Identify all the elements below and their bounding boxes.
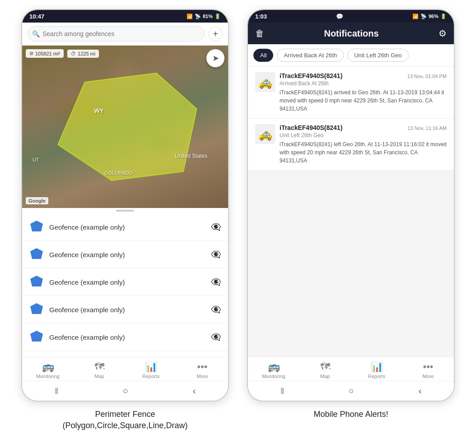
nav-more-label: More [196, 374, 208, 379]
compass-button[interactable]: ➤ [206, 49, 224, 67]
right-time: 1:03 [255, 13, 267, 20]
left-caption: Perimeter Fence(Polygon,Circle,Square,Li… [62, 409, 187, 431]
empty-content-area [248, 171, 454, 261]
device-name: iTrackEF4940S(8241) [280, 124, 342, 131]
notification-top-row: 🚕 iTrackEF4940S(8241) 13 Nov, 11:16 AM U… [255, 124, 447, 165]
notification-card[interactable]: 🚕 iTrackEF4940S(8241) 13 Nov, 11:16 AM U… [248, 119, 454, 171]
map-area: ⊘ 105821 mi² ⏱ 1225 mi ➤ WY United State… [22, 46, 228, 208]
filter-tab-arrived[interactable]: Arrived Back At 26th [277, 49, 344, 62]
nav-map[interactable]: 🗺 Map [86, 361, 113, 379]
left-bottom-nav: 🚌 Monitoring 🗺 Map 📊 Reports ••• More [22, 357, 228, 381]
settings-button[interactable]: ⚙ [439, 28, 447, 39]
right-bottom-nav: 🚌 Monitoring 🗺 Map 📊 Reports ••• More [248, 357, 454, 381]
nav-reports[interactable]: 📊 Reports [363, 361, 390, 379]
notification-header-row: iTrackEF4940S(8241) 13 Nov, 01:04 PM [280, 72, 447, 79]
visibility-toggle-icon[interactable]: 👁‍🗨 [211, 332, 221, 342]
geofence-item-name: Geofence (example only) [49, 278, 205, 286]
reports-icon: 📊 [145, 361, 157, 373]
scroll-pill [116, 210, 134, 212]
geofence-item-name: Geofence (example only) [49, 223, 205, 231]
google-logo: Google [26, 197, 48, 204]
right-phone-wrapper: 1:03 💬 📶 📡 96% 🔋 🗑 Notifications ⚙ All A… [247, 9, 455, 420]
nav-map[interactable]: 🗺 Map [312, 361, 339, 379]
nav-reports[interactable]: 📊 Reports [137, 361, 164, 379]
visibility-toggle-icon[interactable]: 👁‍🗨 [211, 305, 221, 314]
left-status-icons: 📶 📡 81% 🔋 [187, 14, 221, 19]
filter-tab-all[interactable]: All [253, 49, 273, 62]
notifications-header: 🗑 Notifications ⚙ [248, 23, 454, 44]
map-label-colorado: COLORADO [104, 170, 133, 176]
add-geofence-button[interactable]: + [208, 27, 223, 41]
android-home-button[interactable]: ○ [349, 386, 354, 396]
right-status-icons: 📶 📡 96% 🔋 [412, 14, 447, 19]
android-recent-button[interactable]: ⦀ [280, 386, 284, 396]
filter-tabs: All Arrived Back At 26th Unit Left 26th … [248, 44, 454, 67]
geofence-search-input[interactable] [28, 26, 205, 42]
list-item[interactable]: Geofence (example only) 👁‍🗨 [22, 351, 228, 357]
area-value: 105821 mi² [35, 51, 60, 56]
more-icon: ••• [423, 361, 433, 373]
nav-more-label: More [422, 374, 434, 379]
visibility-toggle-icon[interactable]: 👁‍🗨 [211, 277, 221, 287]
device-name: iTrackEF4940S(8241) [280, 72, 342, 79]
android-back-button[interactable]: ‹ [419, 386, 422, 396]
right-signal-icon: 📡 [420, 14, 427, 19]
battery-label: 81% [203, 14, 213, 19]
signal-icon: 📡 [195, 14, 201, 19]
geofence-item-name: Geofence (example only) [49, 306, 205, 314]
left-phone: 10:47 📶 📡 81% 🔋 🔍 + [21, 9, 229, 402]
notification-header-row: iTrackEF4940S(8241) 13 Nov, 11:16 AM [280, 124, 447, 131]
svg-marker-3 [30, 276, 43, 286]
android-back-button[interactable]: ‹ [193, 386, 196, 396]
map-icon: 🗺 [320, 361, 330, 373]
vehicle-avatar: 🚕 [255, 72, 275, 92]
right-phone: 1:03 💬 📶 📡 96% 🔋 🗑 Notifications ⚙ All A… [247, 9, 455, 402]
list-item[interactable]: Geofence (example only) 👁‍🗨 [22, 241, 228, 268]
distance-value: 1225 mi [78, 51, 95, 56]
search-input-wrapper: 🔍 [28, 26, 205, 42]
list-item[interactable]: Geofence (example only) 👁‍🗨 [22, 296, 228, 323]
geofence-item-name: Geofence (example only) [49, 251, 205, 259]
geofence-list: Geofence (example only) 👁‍🗨 Geofence (ex… [22, 213, 228, 357]
nav-more[interactable]: ••• More [415, 361, 442, 379]
monitoring-icon: 🚌 [268, 361, 280, 373]
android-home-button[interactable]: ○ [123, 386, 128, 396]
android-recent-button[interactable]: ⦀ [55, 386, 58, 396]
reports-icon: 📊 [371, 361, 383, 373]
search-icon: 🔍 [32, 30, 40, 37]
map-label-ut: UT [33, 157, 39, 162]
wifi-icon: 📶 [187, 14, 193, 19]
area-stat: ⊘ 105821 mi² [26, 49, 64, 58]
svg-marker-5 [30, 331, 43, 342]
nav-monitoring[interactable]: 🚌 Monitoring [260, 361, 287, 379]
geofence-shape-icon [29, 247, 44, 262]
list-item[interactable]: Geofence (example only) 👁‍🗨 [22, 323, 228, 351]
delete-button[interactable]: 🗑 [255, 28, 264, 39]
map-stats: ⊘ 105821 mi² ⏱ 1225 mi [26, 49, 99, 58]
left-phone-wrapper: 10:47 📶 📡 81% 🔋 🔍 + [21, 9, 229, 431]
notification-card[interactable]: 🚕 iTrackEF4940S(8241) 13 Nov, 01:04 PM A… [248, 67, 454, 119]
time-icon: ⏱ [71, 51, 76, 56]
vehicle-avatar: 🚕 [255, 124, 275, 144]
nav-more[interactable]: ••• More [189, 361, 216, 379]
list-item[interactable]: Geofence (example only) 👁‍🗨 [22, 268, 228, 296]
visibility-toggle-icon[interactable]: 👁‍🗨 [211, 249, 221, 259]
nav-reports-label: Reports [368, 374, 386, 379]
notification-time: 13 Nov, 11:16 AM [407, 125, 447, 131]
nav-monitoring[interactable]: 🚌 Monitoring [34, 361, 61, 379]
filter-tab-left[interactable]: Unit Left 26th Geo [347, 49, 409, 62]
nav-reports-label: Reports [142, 374, 160, 379]
left-time: 10:47 [29, 13, 44, 20]
notification-content: iTrackEF4940S(8241) 13 Nov, 01:04 PM Arr… [280, 72, 447, 113]
list-item[interactable]: Geofence (example only) 👁‍🗨 [22, 213, 228, 241]
geofence-shape-icon [29, 220, 44, 234]
battery-icon: 🔋 [215, 14, 221, 19]
map-label-us: United States [175, 153, 207, 159]
geofence-polygon-svg [22, 46, 228, 208]
svg-marker-2 [30, 248, 43, 259]
map-icon: 🗺 [94, 361, 104, 373]
right-battery-icon: 🔋 [440, 14, 447, 19]
notification-top-row: 🚕 iTrackEF4940S(8241) 13 Nov, 01:04 PM A… [255, 72, 447, 113]
right-status-bar: 1:03 💬 📶 📡 96% 🔋 [248, 10, 454, 23]
visibility-toggle-icon[interactable]: 👁‍🗨 [211, 222, 221, 232]
